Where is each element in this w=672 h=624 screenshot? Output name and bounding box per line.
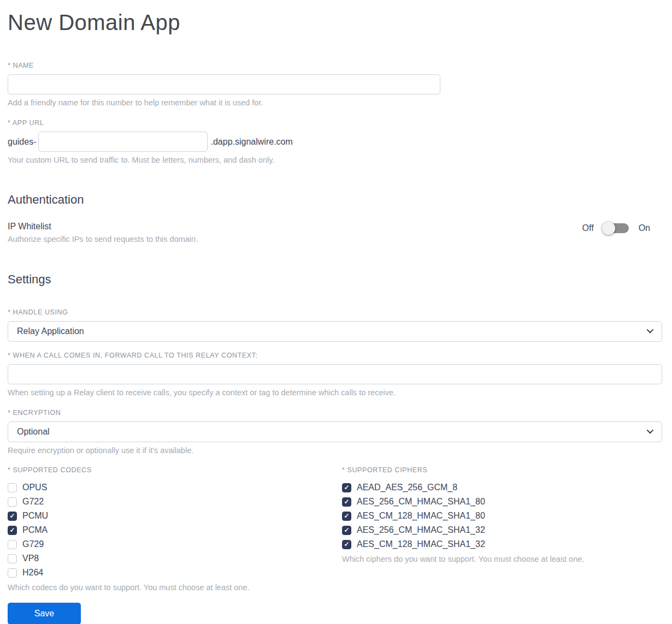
checkbox-icon[interactable] (342, 483, 351, 492)
checkbox-icon[interactable] (342, 512, 351, 521)
cipher-checkbox-row[interactable]: AEAD_AES_256_GCM_8 (342, 480, 662, 495)
checkbox-icon[interactable] (8, 526, 17, 535)
codec-label: G729 (22, 539, 44, 549)
supported-ciphers-helper: Which ciphers do you want to support. Yo… (342, 555, 662, 564)
checkbox-icon[interactable] (8, 497, 17, 507)
cipher-checkbox-row[interactable]: AES_256_CM_HMAC_SHA1_80 (342, 495, 662, 509)
app-url-field-label: * APP URL (8, 119, 662, 127)
codec-checkbox-row[interactable]: OPUS (8, 480, 342, 495)
ciphers-checkbox-list: AEAD_AES_256_GCM_8 AES_256_CM_HMAC_SHA1_… (342, 480, 662, 551)
encryption-selected-value: Optional (17, 427, 50, 437)
authentication-heading: Authentication (8, 193, 662, 207)
codec-label: PCMU (22, 511, 48, 521)
cipher-checkbox-row[interactable]: AES_CM_128_HMAC_SHA1_80 (342, 509, 662, 523)
checkbox-icon[interactable] (8, 540, 17, 549)
codec-checkbox-row[interactable]: VP8 (8, 551, 342, 566)
codecs-checkbox-list: OPUS G722 PCMU PCMA (8, 480, 342, 580)
checkbox-icon[interactable] (8, 568, 17, 578)
new-domain-app-form: New Domain App * NAME Add a friendly nam… (0, 0, 672, 624)
encryption-helper: Require encryption or optionally use it … (8, 446, 662, 455)
checkbox-icon[interactable] (342, 526, 351, 535)
app-url-field-group: * APP URL guides- .dapp.signalwire.com Y… (8, 119, 662, 165)
name-input[interactable] (8, 74, 440, 94)
cipher-checkbox-row[interactable]: AES_256_CM_HMAC_SHA1_32 (342, 523, 662, 537)
chevron-down-icon (647, 326, 654, 333)
supported-codecs-label: * SUPPORTED CODECS (8, 466, 342, 474)
app-url-suffix: .dapp.signalwire.com (210, 137, 292, 147)
page-title: New Domain App (8, 10, 662, 35)
handle-using-select[interactable]: Relay Application (8, 321, 662, 342)
codecs-ciphers-columns: * SUPPORTED CODECS OPUS G722 (8, 466, 662, 592)
relay-context-input[interactable] (8, 364, 662, 384)
codec-checkbox-row[interactable]: H264 (8, 566, 342, 580)
codec-label: VP8 (22, 554, 39, 563)
codec-label: H264 (22, 568, 43, 578)
app-url-row: guides- .dapp.signalwire.com (8, 132, 662, 152)
cipher-label: AES_256_CM_HMAC_SHA1_32 (357, 525, 485, 535)
checkbox-icon[interactable] (8, 483, 17, 492)
toggle-thumb[interactable] (602, 222, 615, 235)
app-url-prefix: guides- (8, 137, 36, 147)
handle-using-group: * HANDLE USING Relay Application (8, 308, 662, 342)
relay-context-group: * WHEN A CALL COMES IN, FORWARD CALL TO … (8, 352, 662, 397)
relay-context-label: * WHEN A CALL COMES IN, FORWARD CALL TO … (8, 352, 662, 359)
codec-checkbox-row[interactable]: G729 (8, 537, 342, 551)
settings-heading: Settings (8, 272, 662, 287)
checkbox-icon[interactable] (342, 497, 351, 507)
name-field-group: * NAME Add a friendly name for this numb… (8, 62, 662, 108)
ip-whitelist-row: IP Whitelist Authorize specific IPs to s… (8, 221, 662, 244)
cipher-label: AES_CM_128_HMAC_SHA1_80 (357, 511, 485, 521)
codec-checkbox-row[interactable]: PCMU (8, 509, 342, 523)
name-field-helper: Add a friendly name for this number to h… (8, 98, 662, 108)
encryption-group: * ENCRYPTION Optional Require encryption… (8, 409, 662, 455)
relay-context-helper: When setting up a Relay client to receiv… (8, 388, 662, 397)
cipher-label: AES_256_CM_HMAC_SHA1_80 (357, 497, 485, 507)
ip-whitelist-toggle[interactable]: Off On (582, 223, 650, 233)
cipher-label: AES_CM_128_HMAC_SHA1_32 (357, 539, 485, 549)
checkbox-icon[interactable] (342, 540, 351, 549)
app-url-input[interactable] (38, 132, 208, 152)
ip-whitelist-label: IP Whitelist (8, 221, 198, 232)
supported-ciphers-label: * SUPPORTED CIPHERS (342, 466, 662, 474)
save-button[interactable]: Save (8, 603, 81, 624)
codec-checkbox-row[interactable]: G722 (8, 495, 342, 509)
name-field-label: * NAME (8, 62, 662, 69)
encryption-select[interactable]: Optional (8, 421, 662, 442)
codec-label: G722 (22, 497, 44, 507)
app-url-field-helper: Your custom URL to send traffic to. Must… (8, 156, 662, 165)
checkbox-icon[interactable] (8, 512, 17, 521)
chevron-down-icon (647, 426, 654, 433)
cipher-checkbox-row[interactable]: AES_CM_128_HMAC_SHA1_32 (342, 537, 662, 551)
handle-using-label: * HANDLE USING (8, 308, 662, 316)
encryption-label: * ENCRYPTION (8, 409, 662, 417)
toggle-switch-icon[interactable] (604, 223, 629, 233)
toggle-on-label: On (639, 223, 650, 233)
toggle-off-label: Off (582, 223, 594, 233)
ip-whitelist-text: IP Whitelist Authorize specific IPs to s… (8, 221, 198, 244)
codec-checkbox-row[interactable]: PCMA (8, 523, 342, 537)
supported-codecs-helper: Which codecs do you want to support. You… (8, 583, 342, 592)
checkbox-icon[interactable] (8, 554, 17, 563)
codec-label: OPUS (22, 483, 47, 492)
supported-ciphers-group: * SUPPORTED CIPHERS AEAD_AES_256_GCM_8 A… (342, 466, 662, 564)
handle-using-selected-value: Relay Application (17, 326, 84, 336)
codec-label: PCMA (22, 525, 48, 535)
cipher-label: AEAD_AES_256_GCM_8 (357, 483, 457, 492)
ip-whitelist-helper: Authorize specific IPs to send requests … (8, 235, 198, 244)
supported-codecs-group: * SUPPORTED CODECS OPUS G722 (8, 466, 342, 592)
